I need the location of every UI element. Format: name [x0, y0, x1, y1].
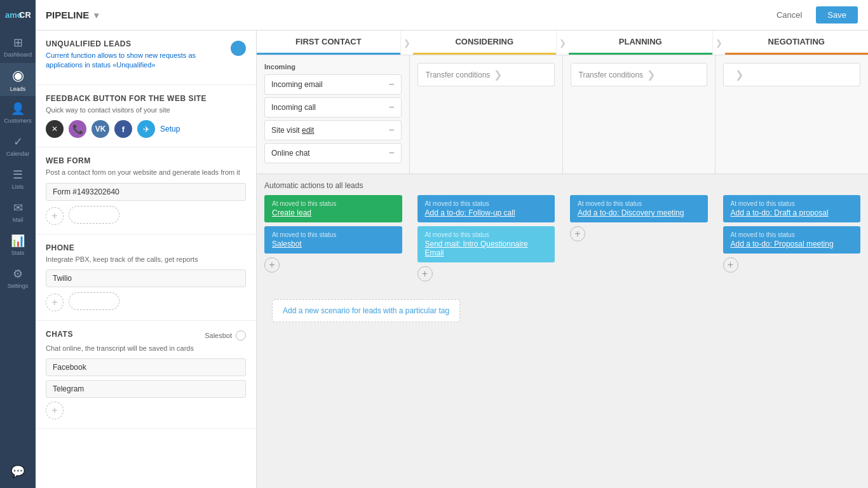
stage-col-considering: Transfer conditions ❯: [410, 55, 563, 173]
nav-item-settings[interactable]: ⚙ Settings: [0, 261, 36, 294]
icon-facebook[interactable]: f: [114, 120, 132, 138]
webform-desc: Post a contact form on your website and …: [46, 168, 246, 177]
icon-x[interactable]: ✕: [46, 120, 64, 138]
stage-label-considering: CONSIDERING: [455, 37, 513, 46]
action-create-lead[interactable]: At moved to this status Create lead: [264, 195, 402, 222]
add-action-negotiating[interactable]: +: [723, 257, 738, 273]
action-status-discovery: At moved to this status: [578, 200, 700, 207]
action-label-draft: Add a to-do: Draft a proposal: [731, 208, 853, 217]
action-status-proposal: At moved to this status: [731, 231, 853, 238]
chats-telegram-field[interactable]: Telegram: [46, 380, 246, 398]
action-proposal-meeting[interactable]: At moved to this status Add a to-do: Pro…: [723, 226, 861, 254]
icon-telegram[interactable]: ✈: [137, 120, 155, 138]
add-action-planning[interactable]: +: [570, 226, 585, 241]
cancel-button[interactable]: Cancel: [769, 6, 810, 24]
auto-actions-label: Automatic actions to all leads: [264, 181, 363, 190]
add-action-first-contact[interactable]: +: [264, 257, 280, 273]
icon-phone[interactable]: 📞: [69, 120, 86, 138]
salesbot-circle[interactable]: [236, 330, 246, 341]
nav-bar: amo CRM ⊞ Dashboard ◉ Leads 👤 Customers …: [0, 0, 36, 488]
chats-facebook-field[interactable]: Facebook: [46, 358, 246, 376]
action-label-mail: Send mail: Intro Questionnaire Email: [425, 240, 548, 257]
lists-icon: ☰: [13, 168, 23, 182]
stage-negotiating: NEGOTIATING: [725, 30, 869, 55]
sidebar: UNQUALIFIED LEADS Current function allow…: [36, 30, 257, 488]
stage-bar-first-contact: [257, 53, 400, 55]
stage-bar-considering: [413, 53, 557, 55]
action-label-salesbot: Salesbot: [272, 240, 395, 248]
stage-col-first-contact: Incoming Incoming email − Incoming call …: [257, 55, 410, 173]
sidebar-section-phone: PHONE Integrate PBX, keep track of the c…: [36, 234, 256, 321]
action-send-mail[interactable]: At moved to this status Send mail: Intro…: [417, 226, 555, 262]
phone-add-area: [69, 292, 119, 310]
nav-item-mail[interactable]: ✉ Mail: [0, 195, 36, 228]
calendar-icon: ✓: [13, 135, 23, 149]
remove-site-icon[interactable]: −: [388, 125, 394, 136]
salesbot-badge: Salesbot: [205, 330, 246, 341]
svg-text:CRM: CRM: [19, 10, 31, 20]
stage-bar-negotiating: [725, 53, 869, 55]
action-col-planning: At moved to this status Add a to-do: Dis…: [562, 193, 715, 289]
unqualified-desc: Current function allows to show new requ…: [46, 51, 231, 71]
incoming-site-visit[interactable]: Site visit edit −: [264, 120, 402, 140]
feedback-desc: Quick way to contact visitors of your si…: [46, 105, 246, 115]
action-status-followup: At moved to this status: [425, 200, 548, 207]
add-action-considering[interactable]: +: [417, 266, 433, 281]
nav-item-lists[interactable]: ☰ Lists: [0, 162, 36, 195]
incoming-call[interactable]: Incoming call −: [264, 97, 402, 118]
chevron-down-icon: ▾: [94, 10, 98, 20]
transfer-conditions-negotiating[interactable]: ❯: [723, 63, 860, 86]
sidebar-section-chats: CHATS Salesbot Chat online, the transcri…: [36, 321, 256, 429]
nav-item-stats[interactable]: 📊 Stats: [0, 228, 36, 261]
action-discovery[interactable]: At moved to this status Add a to-do: Dis…: [570, 195, 708, 222]
icon-vk[interactable]: VK: [92, 120, 109, 138]
action-label-followup: Add a to-do: Follow-up call: [425, 208, 548, 217]
webform-add-button[interactable]: +: [46, 207, 64, 225]
phone-add-button[interactable]: +: [46, 294, 64, 311]
customers-icon: 👤: [11, 102, 25, 116]
tag-scenario-area: Add a new scenario for leads with a part…: [257, 289, 868, 340]
remove-email-icon[interactable]: −: [388, 79, 394, 90]
nav-item-calendar[interactable]: ✓ Calendar: [0, 129, 36, 162]
remove-call-icon[interactable]: −: [388, 102, 394, 113]
save-button[interactable]: Save: [816, 6, 858, 24]
stats-icon: 📊: [11, 234, 25, 248]
webform-add-area: [69, 206, 119, 224]
logo: amo CRM: [5, 5, 31, 25]
arrow-right-icon: ❯: [494, 69, 502, 81]
incoming-online-chat[interactable]: Online chat −: [264, 143, 402, 163]
action-label-create: Create lead: [272, 208, 395, 217]
nav-item-chat[interactable]: 💬: [0, 455, 36, 488]
remove-chat-icon[interactable]: −: [388, 147, 394, 159]
incoming-email[interactable]: Incoming email −: [264, 74, 402, 95]
transfer-conditions-considering[interactable]: Transfer conditions ❯: [417, 63, 555, 86]
stage-sep-3: ❯: [713, 30, 725, 55]
header-actions: Cancel Save: [769, 6, 858, 24]
action-followup-call[interactable]: At moved to this status Add a to-do: Fol…: [417, 195, 555, 222]
tag-scenario-button[interactable]: Add a new scenario for leads with a part…: [272, 299, 460, 322]
stage-label-planning: PLANNING: [619, 37, 662, 46]
stage-col-negotiating: ❯: [715, 55, 868, 173]
stage-considering: CONSIDERING: [413, 30, 557, 55]
stage-label-negotiating: NEGOTIATING: [768, 37, 825, 46]
arrow-right-icon-planning: ❯: [647, 69, 655, 81]
nav-item-customers[interactable]: 👤 Customers: [0, 96, 36, 129]
feedback-setup-link[interactable]: Setup: [160, 125, 180, 133]
webform-field[interactable]: Form #1493202640: [46, 183, 246, 201]
transfer-conditions-planning[interactable]: Transfer conditions ❯: [571, 63, 708, 86]
feedback-title: FEEDBACK BUTTON FOR THE WEB SITE: [46, 94, 246, 103]
chats-add-button[interactable]: +: [46, 402, 64, 419]
action-col-negotiating: At moved to this status Add a to-do: Dra…: [715, 193, 869, 289]
top-header: PIPELINE ▾ Cancel Save: [36, 0, 868, 30]
action-draft-proposal[interactable]: At moved to this status Add a to-do: Dra…: [723, 195, 861, 222]
action-status-salesbot: At moved to this status: [272, 231, 395, 238]
nav-item-leads[interactable]: ◉ Leads: [0, 63, 36, 96]
unqualified-toggle[interactable]: [231, 41, 246, 56]
stage-col-planning: Transfer conditions ❯: [563, 55, 716, 173]
action-status-create: At moved to this status: [272, 200, 395, 207]
sidebar-section-unqualified: UNQUALIFIED LEADS Current function allow…: [36, 30, 256, 85]
phone-integration-field[interactable]: Twilio: [46, 269, 246, 287]
nav-item-dashboard[interactable]: ⊞ Dashboard: [0, 30, 36, 63]
action-salesbot[interactable]: At moved to this status Salesbot: [264, 226, 402, 254]
stage-config-row: Incoming Incoming email − Incoming call …: [257, 55, 868, 174]
